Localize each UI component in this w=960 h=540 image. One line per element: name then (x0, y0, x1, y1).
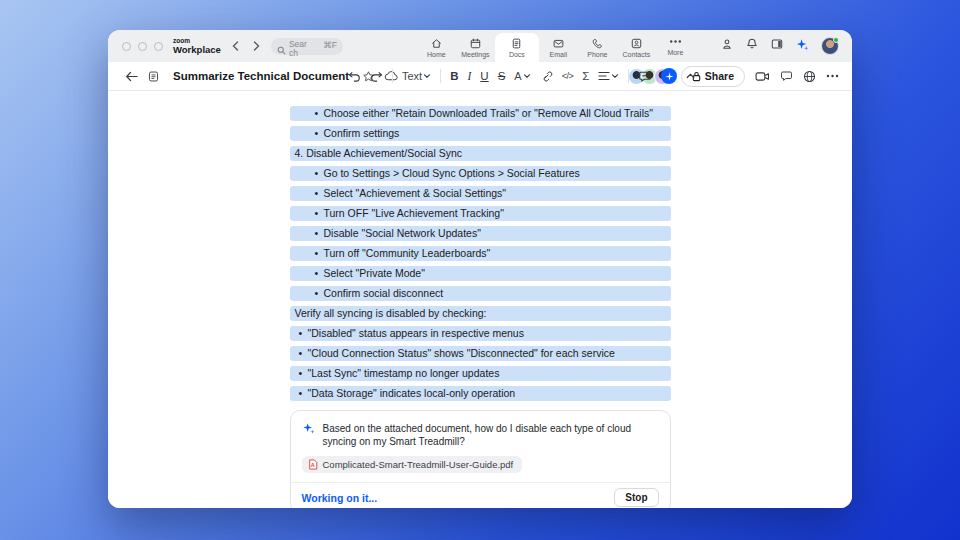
doc-line[interactable]: "Cloud Connection Status" shows "Disconn… (290, 346, 671, 361)
attachment-name: Complicated-Smart-Treadmill-User-Guide.p… (323, 459, 514, 470)
tab-meetings[interactable]: Meetings (456, 32, 495, 62)
doc-line[interactable]: Choose either "Retain Downloaded Trails"… (290, 106, 671, 121)
doc-home-icon[interactable] (147, 70, 160, 83)
doc-line[interactable]: Confirm settings (290, 126, 671, 141)
history-forward-icon[interactable] (252, 41, 261, 51)
video-camera-icon[interactable] (755, 71, 770, 82)
titlebar: zoom Workplace Search ⌘F HomeMeetingsDoc… (108, 30, 852, 62)
window-controls[interactable] (122, 42, 163, 51)
globe-icon[interactable] (803, 70, 816, 83)
tab-contacts[interactable]: Contacts (617, 32, 656, 62)
doc-line[interactable]: "Last Sync" timestamp no longer updates (290, 366, 671, 381)
bold-button[interactable]: B (450, 70, 458, 82)
mail-icon (552, 37, 565, 50)
back-icon[interactable] (125, 71, 138, 82)
chevron-down-icon (423, 73, 431, 79)
sparkle-icon (665, 72, 674, 81)
document-canvas[interactable]: Choose either "Retain Downloaded Trails"… (108, 91, 852, 508)
strikethrough-button[interactable]: S (498, 70, 506, 82)
contacts-icon (630, 37, 643, 50)
docs-icon (510, 37, 523, 50)
zoom-workplace-window: zoom Workplace Search ⌘F HomeMeetingsDoc… (108, 30, 852, 508)
notifications-bell-icon[interactable] (745, 37, 759, 55)
search-input[interactable]: Search ⌘F (271, 38, 343, 55)
doc-line[interactable]: "Data Storage" indicates local-only oper… (290, 386, 671, 401)
redo-icon[interactable] (370, 71, 383, 82)
chevron-down-icon (611, 73, 619, 79)
doc-toolbar: Summarize Technical Document Text B I (108, 62, 852, 91)
chat-bubble-icon[interactable] (780, 70, 793, 82)
tab-label: Email (550, 51, 568, 58)
formula-icon[interactable]: Σ (582, 70, 589, 82)
ai-companion-panel: Based on the attached document, how do I… (290, 410, 671, 508)
doc-line-text: Select "Private Mode" (324, 267, 425, 279)
history-back-icon[interactable] (231, 41, 240, 51)
undo-icon[interactable] (348, 71, 361, 82)
profile-icon[interactable] (720, 37, 734, 55)
share-label: Share (705, 70, 734, 82)
doc-line[interactable]: Confirm social disconnect (290, 286, 671, 301)
brand-workplace: Workplace (173, 45, 221, 55)
stop-button[interactable]: Stop (614, 488, 658, 507)
doc-line-text: Confirm social disconnect (324, 287, 444, 299)
tab-label: Home (427, 51, 446, 58)
collapse-toolbar-icon[interactable] (686, 73, 695, 79)
italic-button[interactable]: I (468, 70, 472, 82)
tab-phone[interactable]: Phone (578, 32, 617, 62)
doc-line[interactable]: Go to Settings > Cloud Sync Options > So… (290, 166, 671, 181)
underline-button[interactable]: U (480, 70, 488, 82)
tab-label: Contacts (623, 51, 651, 58)
side-panel-icon[interactable] (770, 37, 784, 55)
doc-line-text: "Last Sync" timestamp no longer updates (308, 367, 500, 379)
doc-line[interactable]: "Disabled" status appears in respective … (290, 326, 671, 341)
ai-prompt-text: Based on the attached document, how do I… (323, 421, 659, 448)
calendar-icon (469, 37, 482, 50)
ai-companion-button[interactable] (661, 68, 677, 84)
document-body: Choose either "Retain Downloaded Trails"… (290, 106, 671, 401)
zoom-window-button[interactable] (154, 42, 163, 51)
close-window-button[interactable] (122, 42, 131, 51)
doc-line[interactable]: Select "Achievement & Social Settings" (290, 186, 671, 201)
link-icon[interactable] (540, 70, 553, 83)
attachment-chip[interactable]: A Complicated-Smart-Treadmill-User-Guide… (302, 456, 523, 473)
doc-line-text: Choose either "Retain Downloaded Trails"… (324, 107, 653, 119)
doc-line[interactable]: Select "Private Mode" (290, 266, 671, 281)
align-dropdown[interactable] (598, 71, 619, 81)
comment-icon[interactable] (638, 70, 652, 83)
main-nav-tabs: HomeMeetingsDocsEmailPhoneContactsMore (417, 30, 695, 62)
doc-line-text: Turn off "Community Leaderboards" (324, 247, 491, 259)
tab-label: Phone (587, 51, 607, 58)
tab-docs[interactable]: Docs (495, 33, 539, 62)
text-style-dropdown[interactable]: Text (402, 70, 431, 82)
more-icon (669, 39, 682, 48)
doc-line-text: Go to Settings > Cloud Sync Options > So… (324, 167, 580, 179)
align-icon (598, 71, 610, 81)
workplace-logo: zoom Workplace (173, 38, 221, 55)
doc-line-text: Turn OFF "Live Achievement Tracking" (324, 207, 504, 219)
search-icon (277, 41, 286, 59)
minimize-window-button[interactable] (138, 42, 147, 51)
tab-more[interactable]: More (656, 32, 695, 62)
doc-line[interactable]: Disable "Social Network Updates" (290, 226, 671, 241)
doc-line[interactable]: Turn off "Community Leaderboards" (290, 246, 671, 261)
tab-label: Meetings (461, 51, 489, 58)
ai-companion-icon[interactable] (795, 37, 810, 56)
tab-home[interactable]: Home (417, 32, 456, 62)
code-icon[interactable]: </> (562, 71, 574, 81)
tab-email[interactable]: Email (539, 32, 578, 62)
doc-line[interactable]: Verify all syncing is disabled by checki… (290, 306, 671, 321)
ai-status-text: Working on it... (302, 492, 378, 504)
text-color-dropdown[interactable]: A (514, 70, 530, 82)
doc-line[interactable]: Turn OFF "Live Achievement Tracking" (290, 206, 671, 221)
svg-text:A: A (310, 462, 314, 468)
pdf-file-icon: A (308, 459, 318, 470)
search-shortcut: ⌘F (323, 40, 337, 50)
document-title: Summarize Technical Document (173, 70, 349, 82)
more-options-icon[interactable] (826, 74, 839, 78)
doc-line-text: Verify all syncing is disabled by checki… (295, 307, 487, 319)
chevron-down-icon (523, 73, 531, 79)
doc-line-text: Disable "Social Network Updates" (324, 227, 481, 239)
user-avatar[interactable] (821, 37, 839, 55)
search-placeholder: Search (289, 40, 311, 59)
doc-line[interactable]: 4. Disable Achievement/Social Sync (290, 146, 671, 161)
